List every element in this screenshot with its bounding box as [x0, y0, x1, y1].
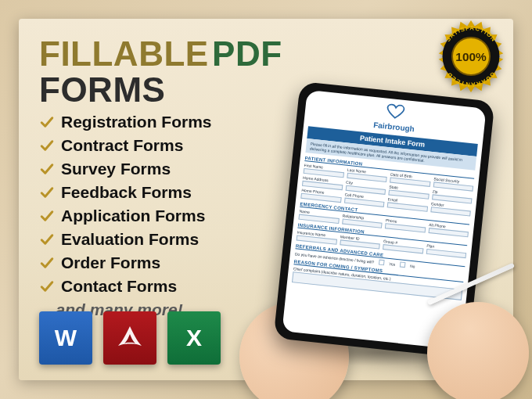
list-item-label: Registration Forms — [61, 113, 212, 131]
field-label: Yes — [389, 261, 396, 266]
list-item-label: Evaluation Forms — [61, 230, 199, 249]
list-item-label: Contact Forms — [61, 277, 177, 296]
check-icon — [39, 138, 55, 153]
checkbox-icon — [400, 261, 406, 268]
promo-graphic: FILLABLE PDF FORMS Registration Forms Co… — [0, 0, 532, 399]
list-item-label: Order Forms — [61, 253, 160, 272]
check-icon — [39, 114, 55, 130]
check-icon — [39, 232, 55, 247]
badge-center-text: 100% — [455, 50, 487, 63]
check-icon — [39, 279, 55, 294]
excel-icon: X — [167, 311, 221, 365]
headline-word-fillable: FILLABLE — [39, 34, 209, 73]
list-item-label: Application Forms — [61, 207, 205, 225]
field-label: No — [410, 263, 415, 268]
list-item-label: Feedback Forms — [61, 183, 192, 202]
checkbox-icon — [379, 260, 385, 266]
card: FILLABLE PDF FORMS Registration Forms Co… — [19, 19, 513, 380]
heart-logo-icon — [383, 102, 407, 122]
check-icon — [39, 185, 55, 200]
word-letter: W — [55, 325, 77, 351]
word-icon: W — [39, 311, 92, 365]
excel-letter: X — [186, 325, 202, 351]
check-icon — [39, 255, 55, 271]
check-icon — [39, 161, 55, 177]
app-icons: W X — [39, 311, 221, 365]
check-icon — [39, 208, 55, 224]
acrobat-icon — [103, 311, 156, 365]
list-item-label: Contract Forms — [61, 136, 183, 155]
form-brand: Fairbrough — [373, 120, 415, 133]
list-item-label: Survey Forms — [61, 160, 171, 178]
headline-word-pdf: PDF — [212, 34, 282, 73]
tablet-scene: Fairbrough Patient Intake Form Please fi… — [247, 83, 513, 380]
